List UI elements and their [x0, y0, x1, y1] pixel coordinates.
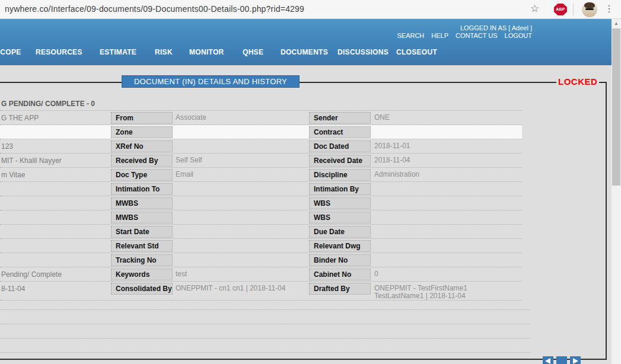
- empty-row: [0, 324, 531, 339]
- field-value: Associate: [176, 114, 306, 122]
- page-next-button[interactable]: [570, 356, 581, 364]
- field-label: Doc Type: [111, 169, 173, 181]
- table-row: MWBS WBS: [0, 210, 522, 225]
- field-label: Doc Dated: [309, 141, 371, 152]
- table-row: m Vitae Doc Type Email Discipline Admini…: [0, 168, 522, 182]
- field-value: 2018-11-01: [374, 142, 517, 150]
- table-row: Intimation To Intimation By: [0, 182, 522, 196]
- field-value: 2018-11-04: [374, 157, 517, 164]
- field-label: Sender: [309, 112, 371, 124]
- empty-table-rows: [0, 296, 531, 353]
- nav-item-estimate[interactable]: ESTIMATE: [100, 48, 136, 56]
- main-nav: SCOPERESOURCESESTIMATERISKMONITORQHSEDOC…: [0, 48, 612, 60]
- scrollbar-thumb[interactable]: [612, 28, 620, 186]
- field-label: Keywords: [111, 269, 173, 280]
- field-label: Drafted By: [309, 283, 371, 295]
- nav-item-resources[interactable]: RESOURCES: [36, 48, 82, 56]
- table-row: Start Date Due Date: [0, 225, 522, 239]
- table-row: Pending/ Complete Keywords test Cabinet …: [0, 267, 522, 282]
- page-current-button[interactable]: [556, 356, 567, 364]
- field-label: MWBS: [111, 197, 173, 209]
- vertical-scrollbar[interactable]: ▲: [612, 19, 621, 364]
- field-value: 0: [374, 270, 517, 278]
- site-header: LOGGED IN AS [ Adeel ] SEARCHHELPCONTACT…: [0, 19, 612, 65]
- header-link-contact-us[interactable]: CONTACT US: [456, 32, 498, 39]
- table-row: 123 XRef No Doc Dated 2018-11-01: [0, 139, 522, 154]
- field-value: ONEPPMIT - cn1 cn1 | 2018-11-04: [176, 285, 306, 292]
- field-label: XRef No: [111, 141, 173, 152]
- left-cut-text: Pending/ Complete: [1, 270, 62, 279]
- page-prev-button[interactable]: [543, 356, 553, 364]
- field-label: Binder No: [309, 254, 371, 266]
- left-cut-header-text: G PENDING/ COMPLETE - 0: [1, 100, 95, 108]
- field-label: WBS: [309, 212, 371, 223]
- empty-row: [0, 339, 531, 353]
- field-label: Intimation To: [111, 183, 173, 195]
- nav-item-monitor[interactable]: MONITOR: [189, 48, 224, 56]
- table-row: MWBS WBS: [0, 196, 522, 210]
- profile-avatar[interactable]: [582, 2, 597, 17]
- field-label: Cabinet No: [309, 269, 371, 280]
- logged-in-as-label: LOGGED IN AS [ Adeel ]: [460, 24, 532, 31]
- field-label: From: [111, 112, 173, 124]
- table-left-header-row: G PENDING/ COMPLETE - 0: [0, 96, 522, 111]
- field-label: Contract: [309, 126, 371, 138]
- nav-item-risk[interactable]: RISK: [155, 48, 173, 56]
- left-cut-text: 123: [1, 142, 13, 151]
- nav-item-discussions[interactable]: DISCUSSIONS: [337, 48, 388, 56]
- right-arrow-icon: [573, 358, 578, 364]
- field-value: test: [176, 270, 306, 278]
- page-content: DOCUMENT (IN) DETAILS AND HISTORY LOCKED…: [0, 65, 621, 364]
- empty-row: [0, 310, 531, 324]
- browser-menu-icon[interactable]: ⋮: [604, 3, 614, 14]
- field-label: Discipline: [309, 169, 371, 181]
- field-label: Start Date: [111, 226, 173, 238]
- field-label: Intimation By: [309, 183, 371, 195]
- header-link-help[interactable]: HELP: [431, 32, 448, 39]
- adblock-extension-icon[interactable]: ABP: [554, 4, 567, 15]
- left-cut-text: MIT - Khalil Nayyer: [1, 157, 62, 165]
- left-cut-text: G THE APP: [1, 114, 39, 122]
- empty-row: [0, 296, 531, 310]
- bookmark-star-icon[interactable]: ☆: [530, 2, 539, 15]
- table-row: MIT - Khalil Nayyer Received By Self Sel…: [0, 154, 522, 168]
- nav-item-scope[interactable]: SCOPE: [0, 48, 21, 56]
- field-label: Due Date: [309, 226, 371, 238]
- table-row: Relevant Std Relevant Dwg: [0, 239, 522, 253]
- field-label: WBS: [309, 197, 371, 209]
- header-link-logout[interactable]: LOGOUT: [505, 32, 532, 39]
- left-cut-text: m Vitae: [1, 171, 25, 179]
- field-label: Received Date: [309, 155, 371, 167]
- document-details-table: G PENDING/ COMPLETE - 0 G THE APP From A…: [0, 96, 522, 301]
- field-label: Tracking No: [111, 254, 173, 266]
- field-value: Email: [176, 171, 306, 178]
- field-value: ONE: [374, 114, 517, 122]
- nav-item-closeout[interactable]: CLOSEOUT: [396, 48, 437, 56]
- browser-window: nywhere.co/Interface/09-documents/09-Doc…: [0, 0, 621, 364]
- field-value: Administration: [374, 171, 517, 178]
- left-cut-text: 8-11-04: [1, 285, 25, 293]
- browser-address-bar[interactable]: nywhere.co/Interface/09-documents/09-Doc…: [0, 0, 621, 19]
- header-quick-links: SEARCHHELPCONTACT USLOGOUT: [390, 32, 532, 39]
- field-label: Consolidated By: [111, 283, 173, 295]
- field-label: Zone: [111, 126, 173, 138]
- field-label: Relevant Dwg: [309, 240, 371, 252]
- chrome-separator: [573, 4, 574, 15]
- table-row: G THE APP From Associate Sender ONE: [0, 111, 522, 125]
- header-link-search[interactable]: SEARCH: [397, 32, 424, 39]
- nav-item-documents[interactable]: DOCUMENTS: [281, 48, 328, 56]
- field-label: MWBS: [111, 212, 173, 223]
- nav-item-qhse[interactable]: QHSE: [243, 48, 263, 56]
- url-text[interactable]: nywhere.co/Interface/09-documents/09-Doc…: [5, 4, 304, 14]
- field-value: Self Self: [176, 157, 306, 164]
- left-arrow-icon: [545, 358, 550, 364]
- table-row: Zone Contract: [0, 125, 522, 139]
- field-label: Relevant Std: [111, 240, 173, 252]
- page-title: DOCUMENT (IN) DETAILS AND HISTORY: [122, 75, 300, 88]
- scrollbar-up-icon[interactable]: ▲: [612, 19, 621, 28]
- field-label: Received By: [111, 155, 173, 167]
- locked-status-badge: LOCKED: [556, 76, 599, 87]
- table-row: Tracking No Binder No: [0, 253, 522, 267]
